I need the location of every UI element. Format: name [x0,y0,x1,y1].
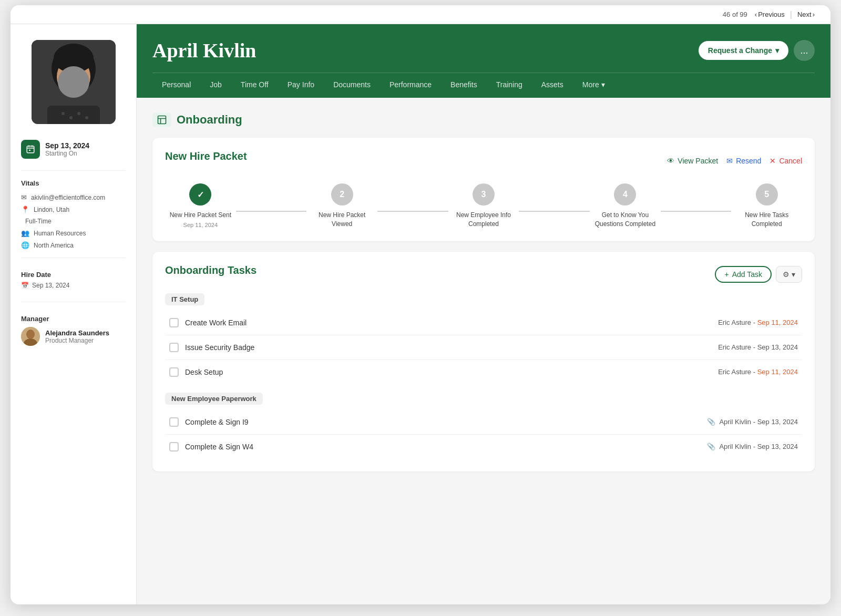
svg-point-8 [85,116,88,119]
resend-button[interactable]: ✉ Resend [726,157,761,165]
step-1-date: Sep 11, 2024 [183,222,218,228]
tab-more[interactable]: More ▾ [573,73,614,98]
paperclip-icon-2: 📎 [707,443,715,450]
tab-payinfo[interactable]: Pay Info [278,73,324,98]
step-4: 4 Get to Know You Questions Completed [590,183,661,229]
steps-row: ✓ New Hire Packet Sent Sep 11, 2024 2 Ne… [165,183,802,229]
task-checkbox-5[interactable] [169,442,179,451]
employee-name: April Kivlin [152,39,256,62]
region-icon: 🌐 [21,241,29,249]
task-assignee-5: 📎 April Kivlin - Sep 13, 2024 [707,443,798,450]
tab-timeoff[interactable]: Time Off [231,73,278,98]
tasks-controls: + Add Task ⚙ ▾ [715,266,802,283]
task-date-3: Sep 11, 2024 [757,368,798,376]
email-icon: ✉ [21,193,27,201]
department-icon: 👥 [21,229,29,237]
vital-location: 📍 Lindon, Utah [11,203,136,215]
manager-avatar [21,327,40,346]
request-change-button[interactable]: Request a Change ▾ [699,41,788,60]
previous-button[interactable]: ‹ Previous [752,9,788,19]
task-name-3: Desk Setup [185,368,223,376]
task-date-4: Sep 13, 2024 [757,418,798,426]
step-5-label: New Hire Tasks Completed [735,211,798,229]
tasks-header: Onboarding Tasks + Add Task ⚙ ▾ [165,264,802,285]
manager-name: Alejandra Saunders [45,329,109,337]
manager-section: Manager Alejandra Saunders Product Manag… [11,309,136,352]
start-date-section: Sep 13, 2024 Starting On [11,135,136,164]
step-4-circle: 4 [614,183,636,206]
step-2: 2 New Hire Packet Viewed [306,183,377,229]
tab-training[interactable]: Training [487,73,532,98]
onboarding-section-title: Onboarding [152,112,815,127]
task-row-issue-security-badge: Issue Security Badge Eric Asture - Sep 1… [165,335,802,360]
eye-icon: 👁 [667,157,674,165]
chevron-right-icon: › [813,11,815,18]
task-date-5: Sep 13, 2024 [757,443,798,450]
task-checkbox-1[interactable] [169,318,179,327]
tab-performance[interactable]: Performance [380,73,441,98]
more-dropdown-icon: ▾ [601,80,605,89]
sidebar-divider-2 [21,258,126,258]
calendar-small-icon: 📅 [21,282,29,289]
onboarding-icon [152,112,171,127]
tab-job[interactable]: Job [200,73,231,98]
task-row-i9: Complete & Sign I9 📎 April Kivlin - Sep … [165,410,802,435]
task-row-create-work-email: Create Work Email Eric Asture - Sep 11, … [165,311,802,335]
svg-point-5 [61,112,65,115]
paperclip-icon-1: 📎 [707,418,715,426]
hire-date-section: Hire Date 📅 Sep 13, 2024 [11,264,136,295]
add-task-button[interactable]: + Add Task [715,266,772,283]
mail-icon: ✉ [726,157,733,165]
task-checkbox-2[interactable] [169,343,179,352]
task-group-it-setup: IT Setup Create Work Email Eric Asture -… [165,293,802,384]
svg-rect-9 [27,146,34,153]
calendar-icon [21,140,40,159]
task-row-desk-setup: Desk Setup Eric Asture - Sep 11, 2024 [165,360,802,384]
step-2-label: New Hire Packet Viewed [311,211,374,229]
manager-row: Alejandra Saunders Product Manager [21,327,126,346]
task-date-1: Sep 11, 2024 [757,319,798,326]
main-content: Onboarding New Hire Packet 👁 View Packet… [137,98,830,604]
manager-title: Manager [21,315,126,323]
vital-region: 🌐 North America [11,239,136,251]
tab-benefits[interactable]: Benefits [441,73,487,98]
tab-documents[interactable]: Documents [324,73,380,98]
tab-personal[interactable]: Personal [152,73,200,98]
vital-email: ✉ akivlin@efficientoffice.com [11,191,136,203]
svg-point-6 [69,116,73,119]
svg-rect-4 [47,106,100,124]
pagination-nav: ‹ Previous | Next › [752,9,818,19]
next-button[interactable]: Next › [794,9,818,19]
tab-assets[interactable]: Assets [532,73,573,98]
task-group-paperwork: New Employee Paperwork Complete & Sign I… [165,393,802,459]
task-row-w4: Complete & Sign W4 📎 April Kivlin - Sep … [165,435,802,459]
svg-rect-13 [29,150,30,151]
vital-department: 👥 Human Resources [11,227,136,239]
step-3-label: New Employee Info Completed [452,211,515,229]
new-hire-packet-card: New Hire Packet 👁 View Packet ✉ Resend [152,138,815,241]
avatar-container [11,35,136,135]
cancel-button[interactable]: ✕ Cancel [770,157,802,165]
settings-button[interactable]: ⚙ ▾ [776,266,802,283]
more-options-button[interactable]: ... [794,40,815,61]
sidebar-divider-3 [21,302,126,302]
start-date: Sep 13, 2024 [45,141,89,150]
step-2-circle: 2 [331,183,353,206]
svg-point-3 [54,44,94,73]
task-checkbox-3[interactable] [169,367,179,377]
packet-actions: 👁 View Packet ✉ Resend ✕ Cancel [667,157,802,165]
nav-divider: | [790,10,792,19]
task-name-2: Issue Security Badge [185,343,254,352]
task-checkbox-4[interactable] [169,417,179,427]
location-icon: 📍 [21,206,29,213]
settings-dropdown-icon: ▾ [792,270,795,279]
hire-date-title: Hire Date [21,271,126,279]
vitals-title: Vitals [11,177,136,191]
group-label-it-setup: IT Setup [165,293,204,305]
step-5-circle: 5 [756,183,778,206]
record-count: 46 of 99 [723,11,747,18]
task-name-4: Complete & Sign I9 [185,418,249,426]
starting-on-label: Starting On [45,150,89,157]
view-packet-button[interactable]: 👁 View Packet [667,157,718,165]
onboarding-title: Onboarding [177,113,242,127]
